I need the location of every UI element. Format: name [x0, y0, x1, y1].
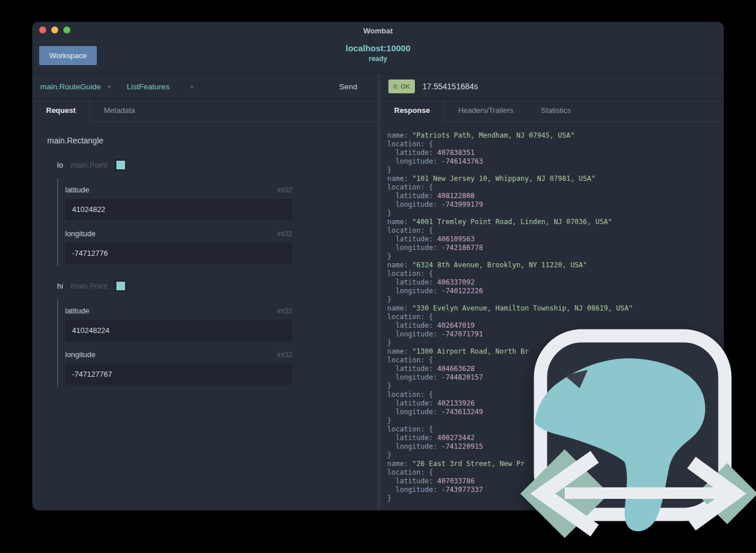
request-toolbar: main.RouteGuide ▾ ListFeatures ▾ Send	[32, 74, 377, 99]
lo-enabled-checkbox[interactable]	[115, 159, 127, 171]
response-line: longitude: -743613249	[387, 408, 724, 416]
field-type: int32	[277, 186, 292, 194]
field-lo-longitude: longitude int32	[65, 220, 369, 266]
hi-latitude-input[interactable]	[65, 320, 292, 341]
response-line: name: "6324 8th Avenue, Brooklyn, NY 112…	[387, 261, 724, 270]
response-line: longitude: -740122226	[387, 287, 724, 296]
response-line: location: {	[387, 425, 724, 434]
group-field-name: hi	[57, 282, 63, 290]
request-panel: main.RouteGuide ▾ ListFeatures ▾ Send Re…	[32, 74, 377, 510]
response-line: location: {	[387, 313, 724, 321]
response-line: longitude: -746143763	[387, 157, 724, 166]
lo-longitude-input[interactable]	[65, 243, 292, 264]
response-line: latitude: 407838351	[387, 149, 724, 157]
response-line: location: {	[387, 226, 724, 235]
titlebar: Wombat	[32, 22, 724, 38]
tab-request[interactable]: Request	[32, 99, 90, 122]
response-line: }	[387, 252, 724, 261]
field-type: int32	[277, 307, 292, 315]
response-line: }	[387, 494, 724, 503]
tab-response[interactable]: Response	[380, 99, 444, 122]
response-line: }	[387, 416, 724, 425]
hi-enabled-checkbox[interactable]	[115, 280, 127, 292]
tabbar-filler	[585, 99, 724, 122]
response-line: latitude: 408122808	[387, 192, 724, 200]
server-address: localhost:10000	[32, 43, 724, 53]
field-type: int32	[277, 230, 292, 238]
response-line: latitude: 404663628	[387, 365, 724, 373]
response-line: longitude: -743999179	[387, 200, 724, 209]
method-select[interactable]: ListFeatures ▾	[127, 82, 193, 91]
response-line: latitude: 407033786	[387, 477, 724, 486]
response-line: name: "1300 Airport Road, North Br	[387, 347, 724, 356]
response-line: location: {	[387, 140, 724, 149]
response-toolbar: 0: OK 17.554151684s	[380, 74, 724, 99]
wombat-window: Wombat Workspace localhost:10000 ready m…	[32, 22, 724, 510]
request-tabbar: Request Metadata	[32, 99, 377, 122]
response-line: }	[387, 382, 724, 391]
response-line: name: "330 Evelyn Avenue, Hamilton Towns…	[387, 304, 724, 313]
response-line: latitude: 406337092	[387, 278, 724, 287]
response-line: latitude: 400273442	[387, 434, 724, 442]
field-label: latitude	[65, 306, 89, 315]
response-line: longitude: -742186778	[387, 244, 724, 252]
server-status: ready	[32, 55, 724, 63]
response-line: longitude: -744820157	[387, 373, 724, 382]
response-panel: 0: OK 17.554151684s Response Headers/Tra…	[380, 74, 724, 510]
field-label: latitude	[65, 185, 89, 194]
response-line: name: "26 East 3rd Street, New Pr	[387, 460, 724, 468]
hi-longitude-input[interactable]	[65, 363, 292, 385]
chevron-down-icon: ▾	[108, 84, 111, 90]
response-line: location: {	[387, 356, 724, 365]
response-output[interactable]: name: "Patriots Path, Mendham, NJ 07945,…	[380, 122, 724, 503]
tab-metadata[interactable]: Metadata	[90, 99, 149, 122]
response-line: longitude: -741220915	[387, 442, 724, 451]
response-line: }	[387, 339, 724, 347]
field-group-hi: hi main.Point latitude int32	[57, 280, 369, 387]
response-line: longitude: -747071791	[387, 330, 724, 339]
response-line: }	[387, 209, 724, 218]
request-form: main.Rectangle lo main.Point latitude in…	[32, 136, 377, 387]
lo-latitude-input[interactable]	[65, 199, 292, 220]
method-select-value: ListFeatures	[127, 82, 169, 91]
tab-statistics[interactable]: Statistics	[527, 99, 585, 122]
minimize-window-icon[interactable]	[51, 26, 58, 33]
status-badge: 0: OK	[388, 79, 415, 93]
response-line: }	[387, 166, 724, 175]
response-line: name: "4001 Tremley Point Road, Linden, …	[387, 218, 724, 226]
duration-label: 17.554151684s	[422, 82, 478, 91]
field-label: longitude	[65, 229, 96, 238]
field-label: longitude	[65, 350, 96, 359]
response-line: }	[387, 451, 724, 460]
response-tabbar: Response Headers/Trailers Statistics	[380, 99, 724, 122]
response-line: location: {	[387, 270, 724, 278]
field-type: int32	[277, 351, 292, 359]
message-type-label: main.Rectangle	[47, 136, 369, 145]
field-group-lo: lo main.Point latitude int32	[57, 159, 369, 266]
response-line: latitude: 406109563	[387, 235, 724, 244]
group-field-type: main.Point	[71, 161, 108, 169]
field-hi-latitude: latitude int32	[65, 300, 369, 341]
response-line: location: {	[387, 468, 724, 477]
field-lo-latitude: latitude int32	[65, 179, 369, 220]
service-select[interactable]: main.RouteGuide ▾	[40, 82, 111, 91]
tab-headers-trailers[interactable]: Headers/Trailers	[444, 99, 527, 122]
server-info: localhost:10000 ready	[32, 43, 724, 63]
send-button[interactable]: Send	[339, 82, 357, 91]
chevron-down-icon: ▾	[190, 84, 193, 90]
close-window-icon[interactable]	[39, 26, 46, 33]
response-line: location: {	[387, 391, 724, 399]
response-line: latitude: 402133926	[387, 399, 724, 408]
response-line: longitude: -743977337	[387, 486, 724, 494]
response-line: name: "101 New Jersey 10, Whippany, NJ 0…	[387, 175, 724, 183]
group-field-name: lo	[57, 161, 63, 169]
tabbar-filler	[149, 99, 378, 122]
field-hi-longitude: longitude int32	[65, 341, 369, 387]
response-line: location: {	[387, 183, 724, 192]
service-select-value: main.RouteGuide	[40, 82, 101, 91]
group-field-type: main.Point	[71, 282, 108, 290]
response-line: }	[387, 296, 724, 304]
zoom-window-icon[interactable]	[63, 26, 70, 33]
response-line: name: "Patriots Path, Mendham, NJ 07945,…	[387, 131, 724, 140]
response-line: latitude: 402647019	[387, 321, 724, 330]
